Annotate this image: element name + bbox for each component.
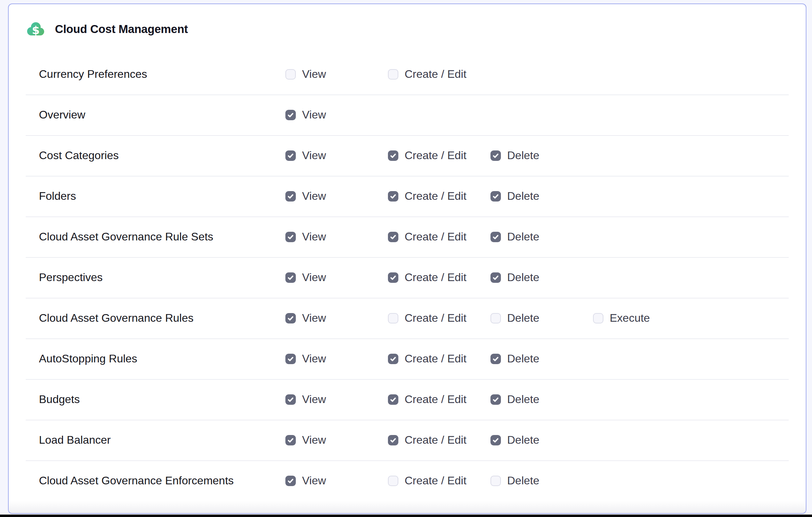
checked-checkbox[interactable] [388, 191, 398, 202]
checked-checkbox[interactable] [490, 232, 501, 242]
resource-name: Overview [39, 108, 285, 121]
checkmark-icon [492, 396, 499, 403]
permission-label: View [302, 230, 326, 243]
unchecked-checkbox[interactable] [285, 69, 296, 80]
permission-label: View [302, 393, 326, 406]
checked-checkbox[interactable] [490, 354, 501, 364]
permission-cells: ViewCreate / EditDelete [285, 393, 593, 406]
checked-checkbox[interactable] [388, 150, 398, 161]
checkmark-icon [492, 233, 499, 240]
permission-cells: ViewCreate / EditDelete [285, 190, 593, 203]
resource-name: Perspectives [39, 271, 285, 284]
permission-label: Delete [507, 352, 539, 365]
permission-cells: ViewCreate / EditDelete [285, 474, 593, 487]
checked-checkbox[interactable] [490, 435, 501, 445]
unchecked-checkbox[interactable] [388, 313, 398, 323]
checked-checkbox[interactable] [285, 354, 296, 364]
unchecked-checkbox[interactable] [388, 69, 398, 80]
checked-checkbox[interactable] [285, 232, 296, 242]
permission-label: Create / Edit [405, 393, 466, 406]
unchecked-checkbox[interactable] [593, 313, 603, 323]
permission-label: View [302, 68, 326, 81]
checked-checkbox[interactable] [490, 272, 501, 283]
permission-cell: View [285, 393, 388, 406]
checked-checkbox[interactable] [388, 354, 398, 364]
checked-checkbox[interactable] [388, 232, 398, 242]
unchecked-checkbox[interactable] [490, 476, 501, 486]
permission-label: Delete [507, 271, 539, 284]
permission-label: Create / Edit [405, 149, 466, 162]
permission-cells: ViewCreate / EditDelete [285, 271, 593, 284]
checked-checkbox[interactable] [285, 394, 296, 405]
permission-cell: Delete [490, 149, 593, 162]
permissions-list: Currency Preferences ViewCreate / Edit O… [9, 54, 806, 501]
checkmark-icon [287, 396, 294, 403]
unchecked-checkbox[interactable] [490, 313, 501, 323]
checkmark-icon [287, 437, 294, 444]
permission-cell: Create / Edit [388, 68, 490, 81]
resource-name: Cloud Asset Governance Enforcements [39, 474, 285, 487]
checked-checkbox[interactable] [388, 394, 398, 405]
checkmark-icon [287, 274, 294, 281]
checked-checkbox[interactable] [285, 313, 296, 323]
permission-row: Cost Categories ViewCreate / EditDelete [9, 135, 806, 176]
permissions-card: $ Cloud Cost Management Currency Prefere… [8, 3, 806, 514]
permission-cell: View [285, 434, 388, 446]
resource-name: Cost Categories [39, 149, 285, 162]
permission-label: Create / Edit [405, 312, 466, 325]
screen-bottom-edge [0, 515, 812, 517]
checked-checkbox[interactable] [388, 272, 398, 283]
checked-checkbox[interactable] [490, 150, 501, 161]
permission-cells: ViewCreate / EditDelete [285, 434, 593, 446]
permission-label: Create / Edit [405, 190, 466, 203]
permission-cells: ViewCreate / EditDeleteExecute [285, 312, 696, 325]
checkmark-icon [287, 112, 294, 118]
permission-label: View [302, 108, 326, 121]
permission-cell: View [285, 149, 388, 162]
permission-cell: Delete [490, 312, 593, 325]
page-title: Cloud Cost Management [55, 23, 188, 36]
permission-label: Delete [507, 230, 539, 243]
permission-label: Delete [507, 393, 539, 406]
checkmark-icon [287, 233, 294, 240]
permission-label: Delete [507, 149, 539, 162]
permission-cell: Create / Edit [388, 271, 490, 284]
permission-cell: View [285, 474, 388, 487]
checked-checkbox[interactable] [285, 476, 296, 486]
permission-cell: Delete [490, 352, 593, 365]
permission-cell: View [285, 68, 388, 81]
permission-cell: Delete [490, 271, 593, 284]
unchecked-checkbox[interactable] [388, 476, 398, 486]
checked-checkbox[interactable] [285, 191, 296, 202]
permission-label: Execute [610, 312, 650, 325]
module-header: $ Cloud Cost Management [9, 4, 806, 54]
svg-text:$: $ [32, 24, 40, 37]
permission-cell: Delete [490, 434, 593, 446]
checked-checkbox[interactable] [490, 394, 501, 405]
permission-row: Currency Preferences ViewCreate / Edit [9, 54, 806, 95]
checked-checkbox[interactable] [285, 272, 296, 283]
permission-label: View [302, 434, 326, 446]
checked-checkbox[interactable] [285, 110, 296, 120]
resource-name: Budgets [39, 393, 285, 406]
permission-cell: View [285, 352, 388, 365]
permission-cell: View [285, 230, 388, 243]
permission-label: Delete [507, 312, 539, 325]
resource-name: Currency Preferences [39, 68, 285, 81]
permission-label: View [302, 312, 326, 325]
checked-checkbox[interactable] [285, 150, 296, 161]
checked-checkbox[interactable] [285, 435, 296, 445]
permission-cells: View [285, 108, 388, 121]
checkmark-icon [492, 437, 499, 444]
checkmark-icon [492, 355, 499, 362]
checkmark-icon [287, 477, 294, 484]
checkmark-icon [390, 437, 397, 444]
checkmark-icon [390, 152, 397, 159]
checkmark-icon [287, 193, 294, 200]
permission-label: Delete [507, 434, 539, 446]
bottom-fade [9, 501, 806, 513]
permission-label: View [302, 149, 326, 162]
permission-cell: Execute [593, 312, 696, 325]
checked-checkbox[interactable] [388, 435, 398, 445]
checked-checkbox[interactable] [490, 191, 501, 202]
